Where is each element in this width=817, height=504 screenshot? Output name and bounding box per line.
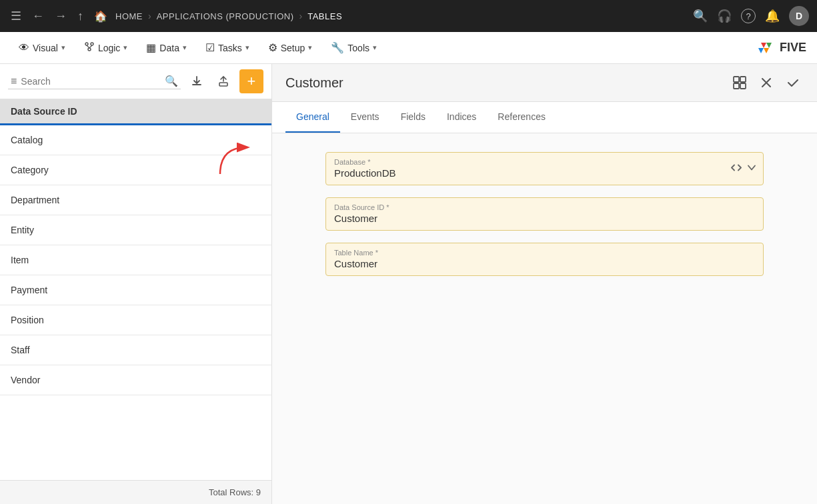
list-item[interactable]: Catalog — [0, 125, 271, 155]
logic-arrow: ▾ — [123, 43, 127, 52]
svg-rect-14 — [740, 83, 746, 89]
header-actions — [729, 72, 804, 93]
list-item[interactable]: Payment — [0, 275, 271, 305]
topbar-right: 🔍 🎧 ? 🔔 D — [693, 6, 809, 26]
data-icon: ▦ — [146, 41, 156, 54]
list-item[interactable]: Staff — [0, 335, 271, 365]
total-rows: Total Rows: 9 — [0, 480, 271, 504]
tasks-icon: ☑ — [205, 41, 215, 54]
table-name-field: Table Name * Customer — [325, 243, 764, 276]
grid-view-button[interactable] — [729, 72, 750, 93]
list-item[interactable]: Category — [0, 155, 271, 185]
breadcrumb-sep1: › — [148, 11, 151, 21]
list-item[interactable]: Entity — [0, 215, 271, 245]
svg-point-1 — [91, 43, 93, 45]
list-item[interactable]: Department — [0, 185, 271, 215]
svg-rect-9 — [219, 83, 227, 86]
home-icon: 🏠 — [91, 7, 110, 25]
menu-tools[interactable]: 🔧 Tools ▾ — [323, 37, 385, 58]
add-button[interactable]: + — [239, 69, 263, 93]
headset-icon[interactable]: 🎧 — [717, 9, 732, 23]
breadcrumb-home[interactable]: HOME — [115, 11, 143, 21]
menu-data-label: Data — [159, 43, 179, 53]
setup-arrow: ▾ — [308, 43, 312, 52]
form-area: Database * ProductionDB — [272, 133, 817, 504]
search-globe-icon[interactable]: 🔍 — [693, 9, 708, 23]
list-item[interactable]: Item — [0, 245, 271, 275]
five-logo: FIVE — [756, 40, 806, 56]
tools-icon: 🔧 — [331, 41, 344, 54]
list-container: CatalogCategoryDepartmentEntityItemPayme… — [0, 125, 271, 480]
menu-tasks[interactable]: ☑ Tasks ▾ — [197, 37, 257, 58]
forward-icon[interactable]: → — [52, 7, 69, 26]
upload-button[interactable] — [213, 71, 234, 92]
tab-events[interactable]: Events — [340, 102, 390, 133]
svg-point-2 — [88, 48, 91, 51]
tabs: General Events Fields Indices References — [272, 102, 817, 133]
back-icon[interactable]: ← — [29, 7, 47, 26]
svg-marker-7 — [758, 48, 764, 53]
tab-indices[interactable]: Indices — [436, 102, 487, 133]
database-group: Database * ProductionDB — [325, 152, 764, 185]
menu-icon[interactable]: ☰ — [8, 6, 24, 26]
left-panel: ≡ 🔍 + — [0, 64, 272, 504]
menu-setup-label: Setup — [281, 43, 305, 53]
download-button[interactable] — [186, 71, 207, 92]
breadcrumb-app[interactable]: APPLICATIONS (PRODUCTION) — [157, 11, 294, 21]
data-source-id-group: Data Source ID * Customer — [325, 197, 764, 231]
tab-general[interactable]: General — [285, 102, 340, 133]
main-content: ≡ 🔍 + — [0, 64, 817, 504]
database-label: Database * — [334, 158, 755, 166]
up-icon[interactable]: ↑ — [75, 7, 86, 26]
data-source-id-field: Data Source ID * Customer — [325, 197, 764, 231]
filter-icon: ≡ — [11, 75, 17, 87]
avatar[interactable]: D — [789, 6, 809, 26]
svg-rect-12 — [740, 77, 746, 82]
tab-references[interactable]: References — [487, 102, 556, 133]
menu-visual-label: Visual — [33, 43, 58, 53]
table-name-label: Table Name * — [334, 249, 755, 257]
search-icon[interactable]: 🔍 — [165, 75, 178, 87]
column-header: Data Source ID — [0, 99, 271, 125]
visual-icon: 👁 — [19, 42, 29, 54]
tasks-arrow: ▾ — [245, 43, 249, 52]
database-code-btn[interactable] — [731, 163, 742, 175]
svg-marker-8 — [764, 48, 769, 53]
menu-setup[interactable]: ⚙ Setup ▾ — [260, 37, 321, 58]
svg-line-4 — [89, 45, 92, 48]
tab-fields[interactable]: Fields — [390, 102, 436, 133]
setup-icon: ⚙ — [268, 41, 277, 54]
database-dropdown-btn[interactable] — [747, 163, 756, 175]
breadcrumb-tables[interactable]: TABLES — [307, 11, 342, 21]
confirm-button[interactable] — [782, 72, 804, 93]
bell-icon[interactable]: 🔔 — [765, 9, 780, 23]
table-name-group: Table Name * Customer — [325, 243, 764, 276]
database-field: Database * ProductionDB — [325, 152, 764, 185]
svg-rect-13 — [734, 83, 739, 89]
topbar: ☰ ← → ↑ 🏠 HOME › APPLICATIONS (PRODUCTIO… — [0, 0, 817, 32]
five-word: FIVE — [780, 41, 806, 55]
menu-tasks-label: Tasks — [218, 43, 242, 53]
svg-marker-6 — [766, 43, 772, 48]
search-input[interactable] — [21, 76, 161, 87]
menu-tools-label: Tools — [347, 43, 369, 53]
logic-icon — [84, 41, 95, 55]
data-arrow: ▾ — [183, 43, 187, 52]
menu-logic-label: Logic — [98, 43, 120, 53]
list-item[interactable]: Vendor — [0, 365, 271, 395]
menu-logic[interactable]: Logic ▾ — [76, 37, 135, 59]
svg-rect-11 — [734, 77, 739, 82]
search-container: ≡ 🔍 — [8, 73, 181, 89]
breadcrumb-sep2: › — [299, 11, 303, 21]
right-panel-header: Customer — [272, 64, 817, 102]
svg-marker-5 — [761, 43, 766, 48]
help-icon[interactable]: ? — [741, 9, 756, 23]
menu-data[interactable]: ▦ Data ▾ — [138, 37, 195, 58]
visual-arrow: ▾ — [61, 43, 65, 52]
left-panel-toolbar: ≡ 🔍 + — [0, 64, 271, 99]
database-field-actions — [731, 163, 756, 175]
list-item[interactable]: Position — [0, 305, 271, 335]
menu-visual[interactable]: 👁 Visual ▾ — [11, 38, 73, 58]
right-panel: Customer — [272, 64, 817, 504]
close-button[interactable] — [756, 72, 777, 93]
